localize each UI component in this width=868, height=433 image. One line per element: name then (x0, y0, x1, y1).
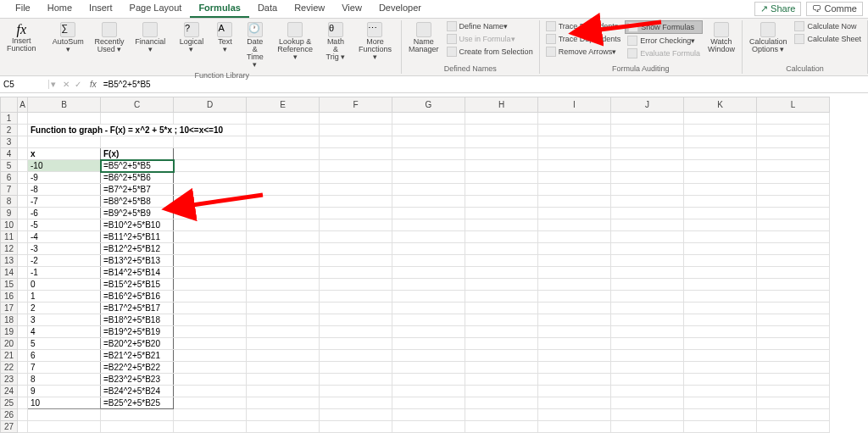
logical-button[interactable]: ?Logical ▾ (173, 20, 209, 55)
cell[interactable] (757, 172, 830, 184)
cell[interactable] (757, 219, 830, 231)
cell[interactable] (392, 136, 465, 148)
cell[interactable] (538, 113, 611, 125)
cell[interactable] (320, 172, 392, 184)
cell[interactable] (611, 267, 684, 279)
cell[interactable] (465, 231, 538, 243)
cell[interactable] (392, 231, 465, 243)
cell[interactable] (465, 397, 538, 409)
cell[interactable] (757, 397, 830, 409)
date-time-button[interactable]: 🕐Date & Time ▾ (240, 20, 270, 70)
cell[interactable] (18, 113, 28, 125)
text-button[interactable]: AText ▾ (211, 20, 238, 55)
cell[interactable] (465, 148, 538, 160)
math-trig-button[interactable]: θMath & Trig ▾ (320, 20, 351, 63)
cell[interactable] (538, 160, 611, 172)
cell[interactable] (174, 255, 247, 267)
row-header[interactable]: 12 (1, 243, 18, 255)
cell[interactable] (684, 113, 757, 125)
cell[interactable] (392, 172, 465, 184)
cell[interactable] (247, 136, 320, 148)
cell[interactable] (247, 362, 320, 374)
cancel-icon[interactable]: ✕ (63, 80, 70, 89)
col-header-d[interactable]: D (174, 97, 247, 113)
cell[interactable] (684, 314, 757, 326)
cell[interactable] (465, 386, 538, 397)
cell-c22[interactable]: =B22^2+5*B22 (101, 362, 174, 374)
cell-b4[interactable]: x (28, 148, 101, 160)
cell[interactable] (465, 303, 538, 314)
cell[interactable] (611, 148, 684, 160)
cell[interactable] (247, 350, 320, 362)
cell[interactable] (320, 136, 392, 148)
cell[interactable] (611, 338, 684, 350)
cell[interactable] (757, 374, 830, 386)
cell[interactable] (320, 350, 392, 362)
col-header-e[interactable]: E (247, 97, 320, 113)
cell[interactable] (247, 113, 320, 125)
cell-b11[interactable]: -4 (28, 231, 101, 243)
trace-dependents-button[interactable]: Trace Dependents (543, 33, 624, 45)
col-header-j[interactable]: J (611, 97, 684, 113)
row-header[interactable]: 1 (1, 113, 18, 125)
cell-c6[interactable]: =B6^2+5*B6 (101, 172, 174, 184)
cell[interactable] (247, 421, 320, 433)
cell[interactable] (392, 279, 465, 291)
enter-icon[interactable]: ✓ (75, 80, 81, 89)
cell[interactable] (247, 125, 320, 136)
cell[interactable] (465, 267, 538, 279)
cell[interactable] (18, 136, 28, 148)
cell[interactable] (684, 397, 757, 409)
cell[interactable] (465, 314, 538, 326)
cell[interactable] (101, 421, 174, 433)
col-header-c[interactable]: C (101, 97, 174, 113)
row-header[interactable]: 24 (1, 386, 18, 397)
cell[interactable] (392, 219, 465, 231)
define-name-button[interactable]: Define Name ▾ (444, 20, 536, 32)
cell[interactable] (684, 303, 757, 314)
cell[interactable] (101, 409, 174, 421)
cell[interactable] (320, 255, 392, 267)
more-functions-button[interactable]: ⋯More Functions ▾ (353, 20, 398, 63)
cell[interactable] (465, 208, 538, 219)
cell-c17[interactable]: =B17^2+5*B17 (101, 303, 174, 314)
cell[interactable] (247, 303, 320, 314)
cell[interactable] (392, 338, 465, 350)
recently-used-button[interactable]: Recently Used ▾ (92, 20, 127, 55)
cell[interactable] (320, 279, 392, 291)
cell[interactable] (538, 231, 611, 243)
cell[interactable] (538, 409, 611, 421)
cell-b10[interactable]: -5 (28, 219, 101, 231)
cell[interactable] (174, 374, 247, 386)
cell[interactable] (18, 421, 28, 433)
cell[interactable] (392, 362, 465, 374)
cell[interactable] (465, 279, 538, 291)
cell[interactable] (611, 303, 684, 314)
cell[interactable] (611, 125, 684, 136)
col-header-g[interactable]: G (392, 97, 465, 113)
cell[interactable] (392, 113, 465, 125)
cell[interactable] (320, 208, 392, 219)
cell[interactable] (611, 231, 684, 243)
autosum-button[interactable]: ∑AutoSum ▾ (47, 20, 90, 55)
cell[interactable] (538, 184, 611, 196)
evaluate-formula-button[interactable]: Evaluate Formula (625, 47, 703, 59)
cell[interactable] (611, 184, 684, 196)
calculate-sheet-button[interactable]: Calculate Sheet (792, 33, 864, 45)
cell[interactable] (684, 338, 757, 350)
row-header[interactable]: 21 (1, 350, 18, 362)
cell[interactable] (174, 267, 247, 279)
cell[interactable] (174, 279, 247, 291)
cell[interactable] (174, 421, 247, 433)
calculate-now-button[interactable]: Calculate Now (792, 20, 864, 32)
title-cell[interactable]: Function to graph - F(x) = x^2 + 5*x ; 1… (28, 125, 247, 136)
col-header-a[interactable]: A (18, 97, 28, 113)
cell[interactable] (392, 160, 465, 172)
cell[interactable] (247, 279, 320, 291)
cell[interactable] (247, 386, 320, 397)
cell[interactable] (538, 279, 611, 291)
cell[interactable] (757, 314, 830, 326)
insert-function-button[interactable]: fx Insert Function (3, 20, 40, 54)
cell[interactable] (174, 172, 247, 184)
cell[interactable] (538, 303, 611, 314)
